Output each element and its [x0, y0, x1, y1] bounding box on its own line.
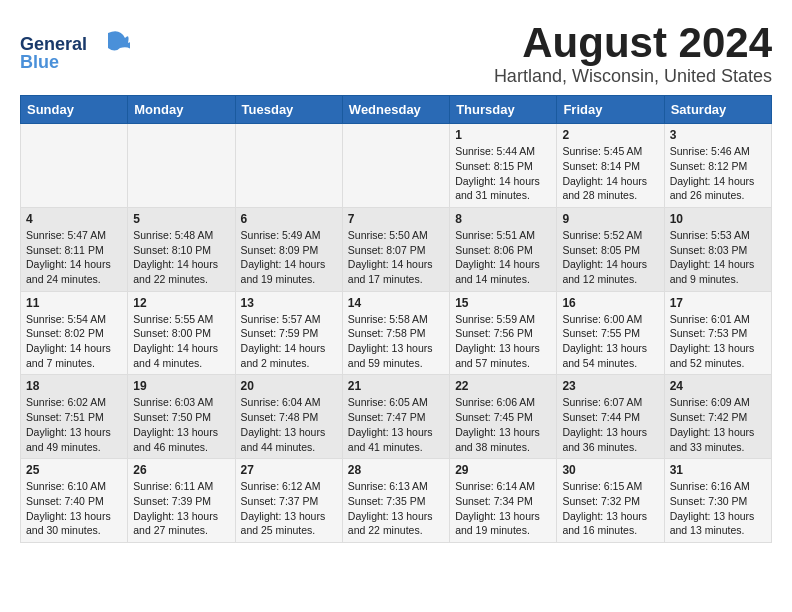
- calendar-day-cell: 21 Sunrise: 6:05 AMSunset: 7:47 PMDaylig…: [342, 375, 449, 459]
- day-info: Sunrise: 6:11 AMSunset: 7:39 PMDaylight:…: [133, 479, 229, 538]
- calendar-day-cell: 19 Sunrise: 6:03 AMSunset: 7:50 PMDaylig…: [128, 375, 235, 459]
- day-number: 3: [670, 128, 766, 142]
- day-number: 7: [348, 212, 444, 226]
- day-number: 28: [348, 463, 444, 477]
- day-info: Sunrise: 5:47 AMSunset: 8:11 PMDaylight:…: [26, 228, 122, 287]
- day-info: Sunrise: 6:09 AMSunset: 7:42 PMDaylight:…: [670, 395, 766, 454]
- header-friday: Friday: [557, 96, 664, 124]
- day-info: Sunrise: 5:52 AMSunset: 8:05 PMDaylight:…: [562, 228, 658, 287]
- calendar-day-cell: 17 Sunrise: 6:01 AMSunset: 7:53 PMDaylig…: [664, 291, 771, 375]
- calendar-week-row: 4 Sunrise: 5:47 AMSunset: 8:11 PMDayligh…: [21, 207, 772, 291]
- day-number: 30: [562, 463, 658, 477]
- day-info: Sunrise: 6:15 AMSunset: 7:32 PMDaylight:…: [562, 479, 658, 538]
- calendar-day-cell: 3 Sunrise: 5:46 AMSunset: 8:12 PMDayligh…: [664, 124, 771, 208]
- calendar-day-cell: 31 Sunrise: 6:16 AMSunset: 7:30 PMDaylig…: [664, 459, 771, 543]
- calendar-day-cell: 28 Sunrise: 6:13 AMSunset: 7:35 PMDaylig…: [342, 459, 449, 543]
- calendar-day-cell: 20 Sunrise: 6:04 AMSunset: 7:48 PMDaylig…: [235, 375, 342, 459]
- svg-text:Blue: Blue: [20, 52, 59, 72]
- day-info: Sunrise: 5:58 AMSunset: 7:58 PMDaylight:…: [348, 312, 444, 371]
- calendar-title: August 2024: [20, 20, 772, 66]
- day-number: 1: [455, 128, 551, 142]
- calendar-day-cell: 9 Sunrise: 5:52 AMSunset: 8:05 PMDayligh…: [557, 207, 664, 291]
- day-info: Sunrise: 5:59 AMSunset: 7:56 PMDaylight:…: [455, 312, 551, 371]
- day-number: 24: [670, 379, 766, 393]
- header-saturday: Saturday: [664, 96, 771, 124]
- day-number: 21: [348, 379, 444, 393]
- day-number: 4: [26, 212, 122, 226]
- day-info: Sunrise: 5:44 AMSunset: 8:15 PMDaylight:…: [455, 144, 551, 203]
- day-number: 6: [241, 212, 337, 226]
- calendar-day-cell: 27 Sunrise: 6:12 AMSunset: 7:37 PMDaylig…: [235, 459, 342, 543]
- calendar-table: Sunday Monday Tuesday Wednesday Thursday…: [20, 95, 772, 543]
- header-monday: Monday: [128, 96, 235, 124]
- day-number: 16: [562, 296, 658, 310]
- day-number: 31: [670, 463, 766, 477]
- day-info: Sunrise: 6:14 AMSunset: 7:34 PMDaylight:…: [455, 479, 551, 538]
- calendar-day-cell: 24 Sunrise: 6:09 AMSunset: 7:42 PMDaylig…: [664, 375, 771, 459]
- logo-svg: General Blue: [20, 28, 130, 78]
- day-number: 15: [455, 296, 551, 310]
- day-info: Sunrise: 5:53 AMSunset: 8:03 PMDaylight:…: [670, 228, 766, 287]
- day-number: 8: [455, 212, 551, 226]
- day-number: 10: [670, 212, 766, 226]
- calendar-day-cell: 8 Sunrise: 5:51 AMSunset: 8:06 PMDayligh…: [450, 207, 557, 291]
- header-thursday: Thursday: [450, 96, 557, 124]
- day-info: Sunrise: 5:45 AMSunset: 8:14 PMDaylight:…: [562, 144, 658, 203]
- day-info: Sunrise: 6:03 AMSunset: 7:50 PMDaylight:…: [133, 395, 229, 454]
- header-wednesday: Wednesday: [342, 96, 449, 124]
- calendar-day-cell: [21, 124, 128, 208]
- calendar-subtitle: Hartland, Wisconsin, United States: [20, 66, 772, 87]
- day-number: 26: [133, 463, 229, 477]
- calendar-day-cell: 11 Sunrise: 5:54 AMSunset: 8:02 PMDaylig…: [21, 291, 128, 375]
- calendar-day-cell: 12 Sunrise: 5:55 AMSunset: 8:00 PMDaylig…: [128, 291, 235, 375]
- header-tuesday: Tuesday: [235, 96, 342, 124]
- calendar-day-cell: 15 Sunrise: 5:59 AMSunset: 7:56 PMDaylig…: [450, 291, 557, 375]
- day-info: Sunrise: 5:55 AMSunset: 8:00 PMDaylight:…: [133, 312, 229, 371]
- calendar-day-cell: [128, 124, 235, 208]
- day-info: Sunrise: 6:00 AMSunset: 7:55 PMDaylight:…: [562, 312, 658, 371]
- day-info: Sunrise: 6:01 AMSunset: 7:53 PMDaylight:…: [670, 312, 766, 371]
- calendar-week-row: 11 Sunrise: 5:54 AMSunset: 8:02 PMDaylig…: [21, 291, 772, 375]
- day-info: Sunrise: 5:57 AMSunset: 7:59 PMDaylight:…: [241, 312, 337, 371]
- calendar-day-cell: 23 Sunrise: 6:07 AMSunset: 7:44 PMDaylig…: [557, 375, 664, 459]
- page-header: General Blue August 2024 Hartland, Wisco…: [20, 20, 772, 95]
- calendar-day-cell: [342, 124, 449, 208]
- day-info: Sunrise: 5:54 AMSunset: 8:02 PMDaylight:…: [26, 312, 122, 371]
- calendar-day-cell: 14 Sunrise: 5:58 AMSunset: 7:58 PMDaylig…: [342, 291, 449, 375]
- day-number: 14: [348, 296, 444, 310]
- day-info: Sunrise: 6:05 AMSunset: 7:47 PMDaylight:…: [348, 395, 444, 454]
- calendar-day-cell: 18 Sunrise: 6:02 AMSunset: 7:51 PMDaylig…: [21, 375, 128, 459]
- day-number: 17: [670, 296, 766, 310]
- svg-text:General: General: [20, 34, 87, 54]
- day-info: Sunrise: 5:49 AMSunset: 8:09 PMDaylight:…: [241, 228, 337, 287]
- calendar-day-cell: 25 Sunrise: 6:10 AMSunset: 7:40 PMDaylig…: [21, 459, 128, 543]
- logo: General Blue: [20, 28, 130, 78]
- day-info: Sunrise: 6:06 AMSunset: 7:45 PMDaylight:…: [455, 395, 551, 454]
- calendar-day-cell: 2 Sunrise: 5:45 AMSunset: 8:14 PMDayligh…: [557, 124, 664, 208]
- day-info: Sunrise: 6:13 AMSunset: 7:35 PMDaylight:…: [348, 479, 444, 538]
- calendar-day-cell: [235, 124, 342, 208]
- calendar-day-cell: 6 Sunrise: 5:49 AMSunset: 8:09 PMDayligh…: [235, 207, 342, 291]
- day-number: 11: [26, 296, 122, 310]
- day-info: Sunrise: 6:10 AMSunset: 7:40 PMDaylight:…: [26, 479, 122, 538]
- calendar-day-cell: 1 Sunrise: 5:44 AMSunset: 8:15 PMDayligh…: [450, 124, 557, 208]
- day-number: 23: [562, 379, 658, 393]
- day-info: Sunrise: 6:02 AMSunset: 7:51 PMDaylight:…: [26, 395, 122, 454]
- calendar-day-cell: 16 Sunrise: 6:00 AMSunset: 7:55 PMDaylig…: [557, 291, 664, 375]
- day-info: Sunrise: 5:50 AMSunset: 8:07 PMDaylight:…: [348, 228, 444, 287]
- calendar-week-row: 25 Sunrise: 6:10 AMSunset: 7:40 PMDaylig…: [21, 459, 772, 543]
- calendar-day-cell: 5 Sunrise: 5:48 AMSunset: 8:10 PMDayligh…: [128, 207, 235, 291]
- day-info: Sunrise: 5:46 AMSunset: 8:12 PMDaylight:…: [670, 144, 766, 203]
- calendar-week-row: 18 Sunrise: 6:02 AMSunset: 7:51 PMDaylig…: [21, 375, 772, 459]
- day-number: 5: [133, 212, 229, 226]
- day-info: Sunrise: 6:04 AMSunset: 7:48 PMDaylight:…: [241, 395, 337, 454]
- calendar-day-cell: 4 Sunrise: 5:47 AMSunset: 8:11 PMDayligh…: [21, 207, 128, 291]
- day-info: Sunrise: 6:07 AMSunset: 7:44 PMDaylight:…: [562, 395, 658, 454]
- day-number: 20: [241, 379, 337, 393]
- day-number: 12: [133, 296, 229, 310]
- header-sunday: Sunday: [21, 96, 128, 124]
- calendar-day-cell: 30 Sunrise: 6:15 AMSunset: 7:32 PMDaylig…: [557, 459, 664, 543]
- day-number: 25: [26, 463, 122, 477]
- day-info: Sunrise: 6:16 AMSunset: 7:30 PMDaylight:…: [670, 479, 766, 538]
- day-number: 19: [133, 379, 229, 393]
